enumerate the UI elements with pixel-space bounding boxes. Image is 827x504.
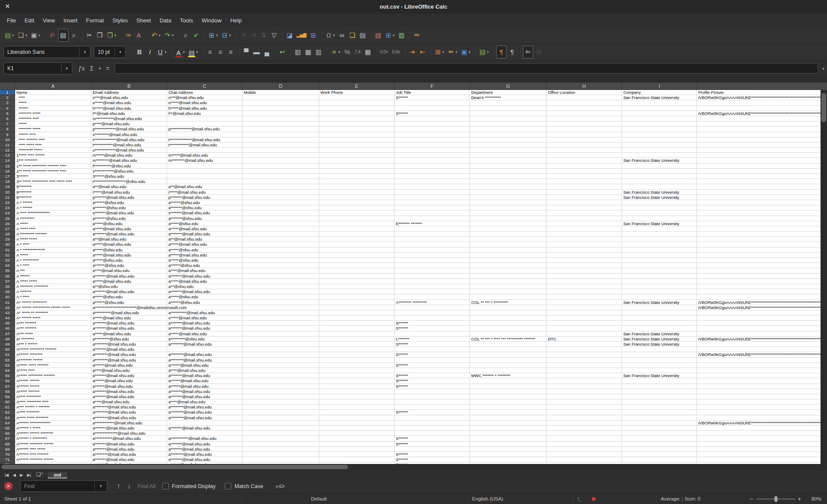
cell-H53[interactable] xyxy=(547,363,622,368)
cell-D59[interactable] xyxy=(243,394,319,399)
cell-A15[interactable]: 1** ***** ********* ******* **** xyxy=(15,164,91,169)
row-header-41[interactable]: 41 xyxy=(0,300,15,305)
print-preview-button[interactable]: ⌕ xyxy=(69,29,79,41)
cell-C20[interactable]: i*****@mail.sfsu.edu xyxy=(167,190,243,195)
row-header-59[interactable]: 59 xyxy=(0,394,15,399)
cell-H62[interactable] xyxy=(547,410,622,415)
cell-B55[interactable]: a*******@mail.sfsu.edu xyxy=(91,373,167,378)
cell-H26[interactable] xyxy=(547,221,622,226)
cell-A27[interactable]: A ***** **** xyxy=(15,226,91,232)
cell-F16[interactable] xyxy=(395,169,470,174)
cell-G66[interactable] xyxy=(470,431,547,436)
cell-E41[interactable] xyxy=(319,300,395,305)
cell-B7[interactable]: p****@mail.sfsu.edu xyxy=(91,121,167,127)
cell-G58[interactable] xyxy=(470,389,547,394)
cell-E48[interactable] xyxy=(319,337,395,342)
cell-B11[interactable]: t************@mail.sfsu.edu xyxy=(91,142,167,148)
cell-F66[interactable] xyxy=(395,431,470,436)
cell-E18[interactable] xyxy=(319,179,395,184)
cell-B27[interactable]: a*****@mail.sfsu.edu xyxy=(91,226,167,232)
cell-D1[interactable]: Mobile xyxy=(243,90,319,95)
cell-E39[interactable] xyxy=(319,289,395,294)
row-header-30[interactable]: 30 xyxy=(0,242,15,247)
cell-G19[interactable] xyxy=(470,184,547,189)
cell-J36[interactable] xyxy=(697,274,821,279)
cell-B19[interactable]: a**@mail.sfsu.edu xyxy=(91,184,167,189)
cell-J71[interactable] xyxy=(697,457,821,462)
close-find-bar-icon[interactable]: ✕ xyxy=(4,482,12,490)
cell-F28[interactable] xyxy=(395,232,470,237)
cell-G13[interactable] xyxy=(470,153,547,158)
cell-B26[interactable]: a*****@sfsu.edu xyxy=(91,221,167,226)
cell-A59[interactable]: A**** ********* xyxy=(15,394,91,399)
cell-A23[interactable]: A * ****** xyxy=(15,205,91,210)
cell-A18[interactable]: 3** ***** ********** **** ***** **** xyxy=(15,179,91,184)
row-header-9[interactable]: 9 xyxy=(0,132,15,137)
chevron-down-icon[interactable]: ▾ xyxy=(196,50,198,54)
cell-J58[interactable] xyxy=(697,389,821,394)
menu-styles[interactable]: Styles xyxy=(108,15,132,25)
row-header-19[interactable]: 19 xyxy=(0,184,15,189)
cell-C5[interactable]: l**@mail.sfsu.edu xyxy=(167,111,243,116)
cell-B47[interactable]: a*****@mail.sfsu.edu xyxy=(91,331,167,337)
row-header-5[interactable]: 5 xyxy=(0,111,15,116)
cell-C43[interactable]: a**********@mail.sfsu.edu xyxy=(167,310,243,315)
cell-I43[interactable] xyxy=(622,310,697,315)
zoom-level[interactable]: 80% xyxy=(811,494,821,504)
cell-J64[interactable]: iVBORw0KGgoAAAANSUhE********************… xyxy=(697,421,821,426)
cell-H44[interactable] xyxy=(547,315,622,321)
select-sum-icon[interactable]: Σ xyxy=(90,65,94,72)
cell-F55[interactable]: S****** xyxy=(395,373,470,378)
column-header-H[interactable]: H xyxy=(547,83,622,90)
cell-A7[interactable]: . ***** xyxy=(15,121,91,127)
next-sheet-icon[interactable]: ▶ xyxy=(18,473,25,477)
cell-I9[interactable] xyxy=(622,132,697,137)
cell-I38[interactable] xyxy=(622,284,697,289)
cell-G35[interactable] xyxy=(470,268,547,273)
cell-D41[interactable] xyxy=(243,300,319,305)
cell-C34[interactable]: a******@sfsu.edu xyxy=(167,263,243,268)
row-header-70[interactable]: 70 xyxy=(0,452,15,457)
cell-G21[interactable] xyxy=(470,195,547,200)
sort-descending-button[interactable]: ↓A xyxy=(249,29,258,41)
cell-D58[interactable] xyxy=(243,389,319,394)
cell-A58[interactable]: A***** ******* xyxy=(15,389,91,394)
text-direction-horizontal-button[interactable]: A≡ xyxy=(523,46,533,59)
cell-A49[interactable]: A*** * ****** xyxy=(15,342,91,347)
cell-A30[interactable]: A * **** xyxy=(15,242,91,247)
cell-B17[interactable]: 3******@sfsu.edu xyxy=(91,174,167,179)
cell-E22[interactable] xyxy=(319,200,395,205)
name-box[interactable]: K1 ▾ xyxy=(3,62,72,74)
cell-C39[interactable]: a*******@mail.sfsu.edu xyxy=(167,289,243,294)
cell-D50[interactable] xyxy=(243,347,319,352)
cell-B37[interactable]: a*****@mail.sfsu.edu xyxy=(91,279,167,284)
cell-D54[interactable] xyxy=(243,368,319,373)
cell-E42[interactable] xyxy=(319,305,395,310)
cell-E65[interactable] xyxy=(319,426,395,431)
cell-G68[interactable] xyxy=(470,442,547,447)
cell-J17[interactable] xyxy=(697,174,821,179)
row-header-52[interactable]: 52 xyxy=(0,358,15,363)
row-header-58[interactable]: 58 xyxy=(0,389,15,394)
cell-E4[interactable] xyxy=(319,106,395,111)
align-left-button[interactable]: ≡ xyxy=(205,46,215,58)
cell-D52[interactable] xyxy=(243,358,319,363)
insert-image-button[interactable]: ◪ xyxy=(285,29,294,41)
row-header-54[interactable]: 54 xyxy=(0,368,15,373)
cell-E28[interactable] xyxy=(319,232,395,237)
cell-J9[interactable] xyxy=(697,132,821,137)
cell-C30[interactable]: a*****@mail.sfsu.edu xyxy=(167,242,243,247)
cell-G53[interactable] xyxy=(470,363,547,368)
row-header-22[interactable]: 22 xyxy=(0,200,15,205)
cell-J11[interactable] xyxy=(697,142,821,148)
cell-D26[interactable] xyxy=(243,221,319,226)
cell-J47[interactable] xyxy=(697,331,821,337)
text-direction-vertical-button[interactable]: A∥ xyxy=(534,46,544,58)
cell-E68[interactable] xyxy=(319,442,395,447)
cell-H8[interactable] xyxy=(547,127,622,132)
insert-comment-button[interactable]: ❏ xyxy=(348,29,357,41)
row-header-13[interactable]: 13 xyxy=(0,153,15,158)
menu-window[interactable]: Window xyxy=(197,15,226,25)
paste-button[interactable]: ❒▾ xyxy=(106,29,118,41)
cell-F68[interactable]: S****** xyxy=(395,442,470,447)
